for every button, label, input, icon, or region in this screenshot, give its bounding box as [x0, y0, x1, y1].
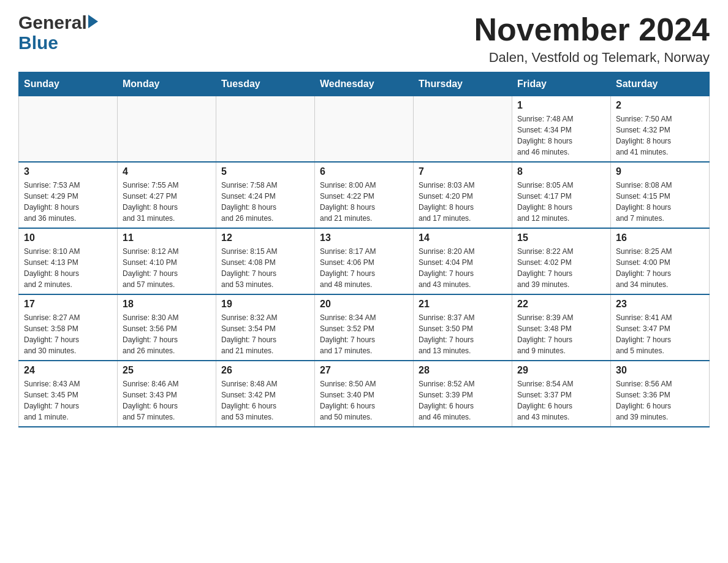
calendar-cell: 22Sunrise: 8:39 AM Sunset: 3:48 PM Dayli…	[512, 294, 611, 361]
calendar-cell: 30Sunrise: 8:56 AM Sunset: 3:36 PM Dayli…	[611, 361, 710, 427]
calendar-cell: 11Sunrise: 8:12 AM Sunset: 4:10 PM Dayli…	[118, 228, 216, 294]
day-info: Sunrise: 7:58 AM Sunset: 4:24 PM Dayligh…	[221, 180, 309, 224]
calendar-cell: 12Sunrise: 8:15 AM Sunset: 4:08 PM Dayli…	[216, 228, 315, 294]
calendar-title: November 2024	[474, 12, 710, 47]
calendar-table: SundayMondayTuesdayWednesdayThursdayFrid…	[18, 72, 710, 427]
day-info: Sunrise: 7:53 AM Sunset: 4:29 PM Dayligh…	[24, 180, 112, 224]
calendar-cell	[118, 96, 216, 163]
calendar-cell: 3Sunrise: 7:53 AM Sunset: 4:29 PM Daylig…	[19, 162, 118, 228]
day-number: 12	[221, 232, 309, 243]
day-info: Sunrise: 7:55 AM Sunset: 4:27 PM Dayligh…	[123, 180, 211, 224]
day-number: 7	[419, 166, 507, 177]
day-info: Sunrise: 8:54 AM Sunset: 3:37 PM Dayligh…	[517, 378, 605, 423]
weekday-header-tuesday: Tuesday	[216, 72, 315, 96]
weekday-header-wednesday: Wednesday	[315, 72, 414, 96]
calendar-cell: 8Sunrise: 8:05 AM Sunset: 4:17 PM Daylig…	[512, 162, 611, 228]
day-number: 9	[616, 166, 704, 177]
weekday-header-thursday: Thursday	[414, 72, 512, 96]
calendar-cell: 29Sunrise: 8:54 AM Sunset: 3:37 PM Dayli…	[512, 361, 611, 427]
day-number: 1	[517, 100, 605, 111]
day-number: 11	[123, 232, 211, 243]
day-number: 10	[24, 232, 112, 243]
calendar-cell: 9Sunrise: 8:08 AM Sunset: 4:15 PM Daylig…	[611, 162, 710, 228]
day-number: 19	[221, 299, 309, 310]
calendar-cell: 5Sunrise: 7:58 AM Sunset: 4:24 PM Daylig…	[216, 162, 315, 228]
weekday-header-saturday: Saturday	[611, 72, 710, 96]
calendar-cell: 24Sunrise: 8:43 AM Sunset: 3:45 PM Dayli…	[19, 361, 118, 427]
day-info: Sunrise: 8:15 AM Sunset: 4:08 PM Dayligh…	[221, 246, 309, 290]
day-number: 4	[123, 166, 211, 177]
day-info: Sunrise: 8:39 AM Sunset: 3:48 PM Dayligh…	[517, 312, 605, 356]
day-info: Sunrise: 8:50 AM Sunset: 3:40 PM Dayligh…	[320, 378, 408, 423]
day-info: Sunrise: 8:17 AM Sunset: 4:06 PM Dayligh…	[320, 246, 408, 290]
calendar-week-row: 17Sunrise: 8:27 AM Sunset: 3:58 PM Dayli…	[19, 294, 710, 361]
calendar-cell: 28Sunrise: 8:52 AM Sunset: 3:39 PM Dayli…	[414, 361, 512, 427]
day-info: Sunrise: 8:46 AM Sunset: 3:43 PM Dayligh…	[123, 378, 211, 423]
calendar-week-row: 3Sunrise: 7:53 AM Sunset: 4:29 PM Daylig…	[19, 162, 710, 228]
day-number: 27	[320, 365, 408, 376]
day-info: Sunrise: 8:08 AM Sunset: 4:15 PM Dayligh…	[616, 180, 704, 224]
calendar-cell	[216, 96, 315, 163]
logo-chevron-icon	[88, 15, 98, 28]
calendar-week-row: 10Sunrise: 8:10 AM Sunset: 4:13 PM Dayli…	[19, 228, 710, 294]
weekday-header-sunday: Sunday	[19, 72, 118, 96]
calendar-week-row: 24Sunrise: 8:43 AM Sunset: 3:45 PM Dayli…	[19, 361, 710, 427]
day-info: Sunrise: 8:32 AM Sunset: 3:54 PM Dayligh…	[221, 312, 309, 356]
day-number: 17	[24, 299, 112, 310]
day-number: 15	[517, 232, 605, 243]
day-info: Sunrise: 8:27 AM Sunset: 3:58 PM Dayligh…	[24, 312, 112, 356]
calendar-cell: 6Sunrise: 8:00 AM Sunset: 4:22 PM Daylig…	[315, 162, 414, 228]
calendar-header-row: SundayMondayTuesdayWednesdayThursdayFrid…	[19, 72, 710, 96]
calendar-cell: 18Sunrise: 8:30 AM Sunset: 3:56 PM Dayli…	[118, 294, 216, 361]
calendar-cell	[19, 96, 118, 163]
calendar-cell: 15Sunrise: 8:22 AM Sunset: 4:02 PM Dayli…	[512, 228, 611, 294]
calendar-cell: 16Sunrise: 8:25 AM Sunset: 4:00 PM Dayli…	[611, 228, 710, 294]
calendar-title-area: November 2024 Dalen, Vestfold og Telemar…	[474, 12, 710, 66]
calendar-cell: 13Sunrise: 8:17 AM Sunset: 4:06 PM Dayli…	[315, 228, 414, 294]
calendar-cell: 2Sunrise: 7:50 AM Sunset: 4:32 PM Daylig…	[611, 96, 710, 163]
calendar-cell: 10Sunrise: 8:10 AM Sunset: 4:13 PM Dayli…	[19, 228, 118, 294]
day-number: 16	[616, 232, 704, 243]
day-info: Sunrise: 8:41 AM Sunset: 3:47 PM Dayligh…	[616, 312, 704, 356]
calendar-cell	[414, 96, 512, 163]
calendar-subtitle: Dalen, Vestfold og Telemark, Norway	[474, 50, 710, 66]
calendar-cell: 17Sunrise: 8:27 AM Sunset: 3:58 PM Dayli…	[19, 294, 118, 361]
calendar-cell: 23Sunrise: 8:41 AM Sunset: 3:47 PM Dayli…	[611, 294, 710, 361]
day-number: 14	[419, 232, 507, 243]
calendar-cell: 20Sunrise: 8:34 AM Sunset: 3:52 PM Dayli…	[315, 294, 414, 361]
day-info: Sunrise: 8:05 AM Sunset: 4:17 PM Dayligh…	[517, 180, 605, 224]
day-info: Sunrise: 8:37 AM Sunset: 3:50 PM Dayligh…	[419, 312, 507, 356]
day-number: 5	[221, 166, 309, 177]
day-info: Sunrise: 8:34 AM Sunset: 3:52 PM Dayligh…	[320, 312, 408, 356]
day-info: Sunrise: 8:10 AM Sunset: 4:13 PM Dayligh…	[24, 246, 112, 290]
calendar-cell: 25Sunrise: 8:46 AM Sunset: 3:43 PM Dayli…	[118, 361, 216, 427]
logo: General Blue	[18, 12, 98, 53]
day-info: Sunrise: 8:56 AM Sunset: 3:36 PM Dayligh…	[616, 378, 704, 423]
calendar-cell: 1Sunrise: 7:48 AM Sunset: 4:34 PM Daylig…	[512, 96, 611, 163]
day-info: Sunrise: 8:48 AM Sunset: 3:42 PM Dayligh…	[221, 378, 309, 423]
day-number: 23	[616, 299, 704, 310]
day-number: 30	[616, 365, 704, 376]
day-number: 6	[320, 166, 408, 177]
day-number: 22	[517, 299, 605, 310]
weekday-header-friday: Friday	[512, 72, 611, 96]
day-info: Sunrise: 8:22 AM Sunset: 4:02 PM Dayligh…	[517, 246, 605, 290]
day-info: Sunrise: 8:03 AM Sunset: 4:20 PM Dayligh…	[419, 180, 507, 224]
calendar-cell: 27Sunrise: 8:50 AM Sunset: 3:40 PM Dayli…	[315, 361, 414, 427]
day-info: Sunrise: 8:43 AM Sunset: 3:45 PM Dayligh…	[24, 378, 112, 423]
calendar-week-row: 1Sunrise: 7:48 AM Sunset: 4:34 PM Daylig…	[19, 96, 710, 163]
calendar-cell: 21Sunrise: 8:37 AM Sunset: 3:50 PM Dayli…	[414, 294, 512, 361]
day-number: 24	[24, 365, 112, 376]
day-number: 13	[320, 232, 408, 243]
day-info: Sunrise: 8:00 AM Sunset: 4:22 PM Dayligh…	[320, 180, 408, 224]
calendar-cell: 14Sunrise: 8:20 AM Sunset: 4:04 PM Dayli…	[414, 228, 512, 294]
weekday-header-monday: Monday	[118, 72, 216, 96]
logo-blue-text: Blue	[18, 33, 58, 53]
day-info: Sunrise: 8:20 AM Sunset: 4:04 PM Dayligh…	[419, 246, 507, 290]
day-number: 25	[123, 365, 211, 376]
day-info: Sunrise: 8:30 AM Sunset: 3:56 PM Dayligh…	[123, 312, 211, 356]
day-info: Sunrise: 8:12 AM Sunset: 4:10 PM Dayligh…	[123, 246, 211, 290]
calendar-cell: 7Sunrise: 8:03 AM Sunset: 4:20 PM Daylig…	[414, 162, 512, 228]
calendar-cell: 4Sunrise: 7:55 AM Sunset: 4:27 PM Daylig…	[118, 162, 216, 228]
day-number: 8	[517, 166, 605, 177]
